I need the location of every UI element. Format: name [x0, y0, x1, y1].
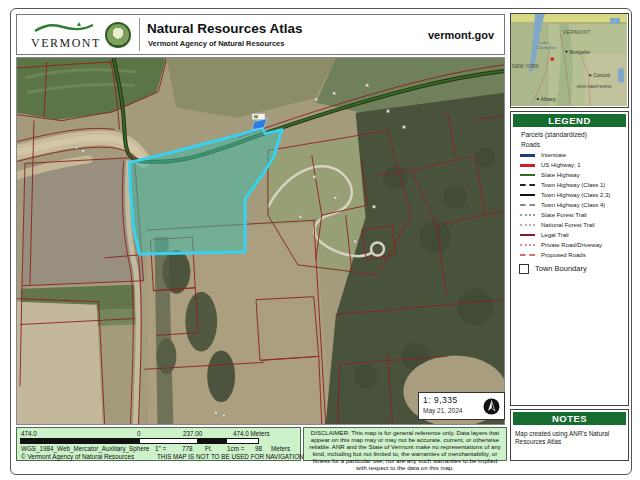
- header-divider: [139, 18, 140, 51]
- scale-inch-value: 778: [182, 445, 193, 452]
- vermont-mountains-icon: [33, 20, 95, 33]
- proposed-roads-line-icon: [520, 254, 535, 256]
- us-highway-line-icon: [520, 164, 535, 167]
- legend-item-national-forest-trail: National Forest Trail: [511, 220, 628, 230]
- overview-label-concord: Concord: [593, 73, 610, 78]
- town-highway-class1-line-icon: [520, 184, 535, 186]
- vermont-gov-link[interactable]: vermont.gov: [428, 29, 494, 41]
- national-forest-trail-line-icon: [520, 224, 535, 226]
- scalebar-zero-label: 0: [137, 430, 141, 437]
- legend-item-state-highway: State Highway: [511, 170, 628, 180]
- town-highway-class23-line-icon: [520, 194, 535, 196]
- navigation-warning: THIS MAP IS NOT TO BE USED FOR NAVIGATIO…: [157, 453, 304, 460]
- overview-locator-map: VERMONT Lake Champlain Montpelier NEW YO…: [510, 13, 629, 108]
- vermont-logo-text: VERMONT: [31, 36, 97, 51]
- scale-cm-value: 98: [255, 445, 262, 452]
- legend-item-interstate: Interstate: [511, 150, 628, 160]
- atlas-print-page: VERMONT Natural Resources Atlas Vermont …: [0, 0, 640, 480]
- legend-item-state-forest-trail: State Forest Trail: [511, 210, 628, 220]
- legend-item-town-highway-class1: Town Highway (Class 1): [511, 180, 628, 190]
- legal-trail-line-icon: [520, 234, 535, 236]
- legend-title: LEGEND: [513, 114, 626, 127]
- vermont-logo: VERMONT: [31, 19, 97, 51]
- legend-item-town-highway-class23: Town Highway (Class 2,3): [511, 190, 628, 200]
- legend-item-legal-trail: Legal Trail: [511, 230, 628, 240]
- scalebar-mid-label: 237.00: [183, 430, 202, 437]
- private-road-line-icon: [520, 244, 535, 246]
- disclaimer-text: DISCLAIMER: This map is for general refe…: [309, 429, 501, 471]
- scalebar-left-label: 474.0: [21, 430, 37, 437]
- overview-label-albany: Albany: [541, 97, 557, 102]
- aerial-map-image: [17, 58, 504, 424]
- legend-item-private-road: Private Road/Driveway: [511, 240, 628, 250]
- notes-title: NOTES: [513, 412, 626, 425]
- legend-item-town-highway-class4: Town Highway (Class 4): [511, 200, 628, 210]
- map-scale-card: 1: 9,335 May 21, 2024: [418, 392, 505, 420]
- interstate-line-icon: [520, 154, 535, 157]
- legend-parcels-label: Parcels (standardized): [511, 130, 628, 140]
- app-subtitle: Vermont Agency of Natural Resources: [148, 39, 284, 48]
- town-highway-class4-line-icon: [520, 204, 535, 206]
- notes-panel: NOTES Map created using ANR's Natural Re…: [510, 409, 629, 461]
- town-boundary-square-icon: [519, 264, 529, 274]
- legend-item-town-boundary: Town Boundary: [511, 263, 628, 274]
- scale-inch-unit: Ft.: [205, 445, 212, 452]
- north-arrow-icon: [483, 398, 500, 415]
- legend-roads-label: Roads: [511, 140, 628, 150]
- overview-label-montpelier: Montpelier: [569, 50, 590, 55]
- scalebar-right-label: 474.0 Meters: [233, 430, 270, 437]
- anr-logo-icon: [105, 22, 131, 48]
- state-forest-trail-line-icon: [520, 214, 535, 216]
- map-canvas[interactable]: 1: 9,335 May 21, 2024: [16, 57, 505, 425]
- overview-label-new-hampshire: NEW HAMPSHIRE: [576, 84, 612, 89]
- header-bar: VERMONT Natural Resources Atlas Vermont …: [16, 14, 505, 55]
- scalebar-panel: 474.0 0 237.00 474.0 Meters WGS_1984_Web…: [16, 427, 301, 461]
- notes-text: Map created using ANR's Natural Resource…: [511, 427, 628, 449]
- state-highway-line-icon: [520, 174, 535, 176]
- scale-inch-label: 1" =: [155, 445, 166, 452]
- scale-cm-label: 1cm =: [227, 445, 244, 452]
- overview-map-image: VERMONT Lake Champlain Montpelier NEW YO…: [511, 14, 627, 106]
- projection-label: WGS_1984_Web_Mercator_Auxiliary_Sphere: [21, 445, 149, 452]
- overview-label-vermont: VERMONT: [563, 30, 591, 35]
- copyright-label: © Vermont Agency of Natural Resources: [21, 453, 134, 460]
- legend-item-us-highway: US Highway; 1: [511, 160, 628, 170]
- overview-location-marker: [551, 58, 554, 61]
- legend-item-proposed-roads: Proposed Roads: [511, 250, 628, 260]
- scale-cm-unit: Meters: [271, 445, 290, 452]
- overview-label-new-york: NEW YORK: [512, 64, 540, 69]
- legend-panel: LEGEND Parcels (standardized) Roads Inte…: [510, 111, 629, 406]
- overview-label-lake2: Champlain: [536, 45, 557, 50]
- disclaimer-panel: DISCLAIMER: This map is for general refe…: [303, 427, 507, 461]
- app-title: Natural Resources Atlas: [147, 21, 303, 36]
- scale-bar: [20, 438, 259, 444]
